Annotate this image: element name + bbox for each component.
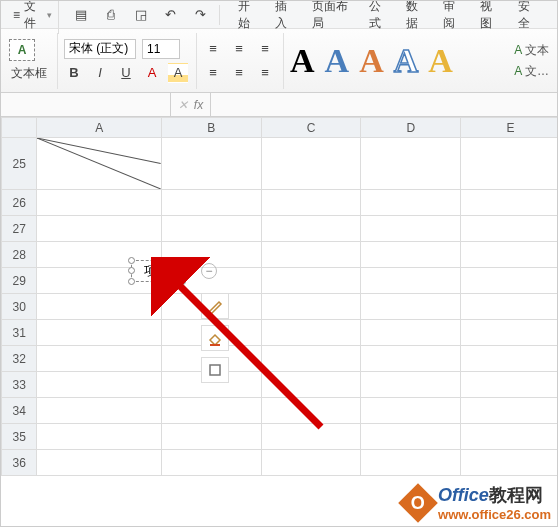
cell[interactable]: [261, 294, 361, 320]
highlight-color-button[interactable]: A: [168, 63, 188, 83]
resize-handle-n[interactable]: [153, 257, 160, 264]
align-center-icon[interactable]: ≡: [229, 63, 249, 83]
text-effects-label-2[interactable]: A 文…: [514, 63, 549, 80]
cell[interactable]: [361, 372, 461, 398]
cell[interactable]: [37, 346, 162, 372]
cell[interactable]: [461, 242, 558, 268]
col-header-C[interactable]: C: [261, 118, 361, 138]
shape-fill-button[interactable]: [201, 325, 229, 351]
textbox-icon[interactable]: A: [9, 39, 35, 61]
resize-handle-nw[interactable]: [128, 257, 135, 264]
row-header-25[interactable]: 25: [2, 138, 37, 190]
align-left-icon[interactable]: ≡: [203, 63, 223, 83]
textbox-button-label[interactable]: 文本框: [9, 65, 49, 82]
cell[interactable]: [161, 450, 261, 476]
row-header-33[interactable]: 33: [2, 372, 37, 398]
cell[interactable]: [461, 138, 558, 190]
shape-shadow-button[interactable]: [201, 357, 229, 383]
cell[interactable]: [461, 398, 558, 424]
resize-handle-se[interactable]: [179, 278, 186, 285]
tab-insert[interactable]: 插入: [275, 0, 294, 32]
cell[interactable]: [261, 138, 361, 190]
cell[interactable]: [461, 320, 558, 346]
cell[interactable]: [361, 216, 461, 242]
file-menu-button[interactable]: ≡ 文件 ▾: [7, 0, 59, 34]
cell[interactable]: [361, 294, 461, 320]
spreadsheet-grid[interactable]: A B C D E 25 26 27 28 29 30 31 32 33 34 …: [1, 117, 558, 476]
cell[interactable]: [361, 346, 461, 372]
underline-button[interactable]: U: [116, 63, 136, 83]
fx-button[interactable]: ✕ fx: [171, 93, 211, 116]
font-size-select[interactable]: [142, 39, 180, 59]
row-header-36[interactable]: 36: [2, 450, 37, 476]
tab-page-layout[interactable]: 页面布局: [312, 0, 351, 32]
save-icon[interactable]: ▤: [71, 5, 91, 25]
cell[interactable]: [37, 190, 162, 216]
cell[interactable]: [37, 424, 162, 450]
cell[interactable]: [261, 242, 361, 268]
row-header-31[interactable]: 31: [2, 320, 37, 346]
cell[interactable]: [461, 424, 558, 450]
undo-icon[interactable]: ↶: [161, 5, 181, 25]
align-top-icon[interactable]: ≡: [203, 39, 223, 59]
select-all-corner[interactable]: [2, 118, 37, 138]
cell[interactable]: [461, 268, 558, 294]
resize-handle-s[interactable]: [153, 278, 160, 285]
formula-input[interactable]: [211, 93, 557, 116]
cell[interactable]: [461, 346, 558, 372]
row-header-32[interactable]: 32: [2, 346, 37, 372]
wordart-style-3[interactable]: A: [359, 42, 384, 80]
cell[interactable]: [261, 372, 361, 398]
col-header-A[interactable]: A: [37, 118, 162, 138]
row-header-29[interactable]: 29: [2, 268, 37, 294]
cell[interactable]: [37, 398, 162, 424]
resize-handle-sw[interactable]: [128, 278, 135, 285]
cell[interactable]: [37, 372, 162, 398]
redo-icon[interactable]: ↷: [191, 5, 211, 25]
tab-formula[interactable]: 公式: [369, 0, 388, 32]
bold-button[interactable]: B: [64, 63, 84, 83]
cell[interactable]: [37, 294, 162, 320]
cell[interactable]: [261, 450, 361, 476]
cell[interactable]: [461, 216, 558, 242]
col-header-E[interactable]: E: [461, 118, 558, 138]
cell[interactable]: [361, 242, 461, 268]
cell[interactable]: [261, 320, 361, 346]
cell[interactable]: [461, 450, 558, 476]
row-header-30[interactable]: 30: [2, 294, 37, 320]
cell[interactable]: [261, 398, 361, 424]
cell[interactable]: [361, 450, 461, 476]
cell[interactable]: [261, 424, 361, 450]
tab-data[interactable]: 数据: [406, 0, 425, 32]
wordart-style-5[interactable]: A: [428, 42, 453, 80]
align-right-icon[interactable]: ≡: [255, 63, 275, 83]
cell[interactable]: [361, 268, 461, 294]
tab-review[interactable]: 审阅: [443, 0, 462, 32]
cell[interactable]: [361, 320, 461, 346]
cell[interactable]: [161, 424, 261, 450]
cell[interactable]: [361, 190, 461, 216]
tab-view[interactable]: 视图: [480, 0, 499, 32]
delete-object-button[interactable]: −: [201, 263, 217, 279]
cell[interactable]: [161, 190, 261, 216]
col-header-B[interactable]: B: [161, 118, 261, 138]
row-header-35[interactable]: 35: [2, 424, 37, 450]
row-header-26[interactable]: 26: [2, 190, 37, 216]
cell[interactable]: [461, 294, 558, 320]
name-box[interactable]: [1, 93, 171, 116]
cell[interactable]: [361, 424, 461, 450]
align-bottom-icon[interactable]: ≡: [255, 39, 275, 59]
row-header-27[interactable]: 27: [2, 216, 37, 242]
tab-start[interactable]: 开始: [238, 0, 257, 32]
cell[interactable]: [37, 320, 162, 346]
cell[interactable]: [161, 398, 261, 424]
cell[interactable]: [261, 346, 361, 372]
cell[interactable]: [261, 190, 361, 216]
shape-outline-button[interactable]: [201, 293, 229, 319]
font-name-select[interactable]: [64, 39, 136, 59]
text-effects-label[interactable]: A 文本: [514, 42, 549, 59]
cell-A25[interactable]: [37, 138, 162, 190]
cell[interactable]: [37, 216, 162, 242]
resize-handle-e[interactable]: [179, 267, 186, 274]
wordart-style-4[interactable]: A: [394, 42, 419, 80]
